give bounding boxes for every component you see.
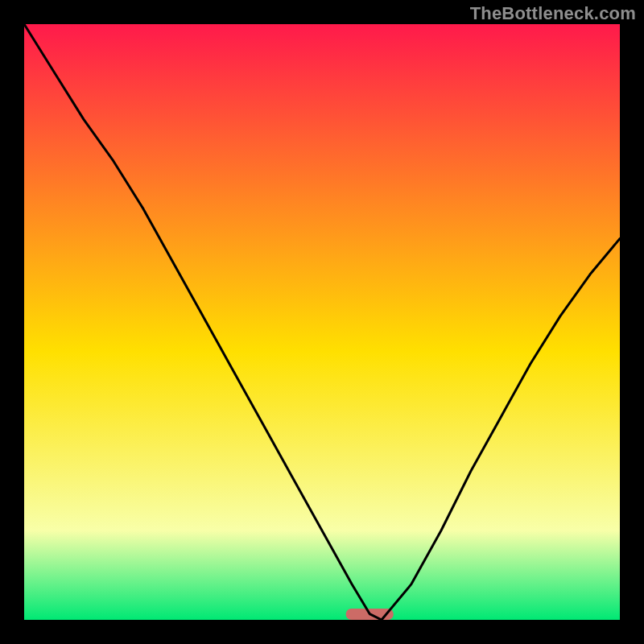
- watermark-text: TheBottleneck.com: [470, 3, 636, 24]
- chart-frame: TheBottleneck.com: [0, 0, 644, 644]
- bottleneck-chart: [24, 24, 620, 620]
